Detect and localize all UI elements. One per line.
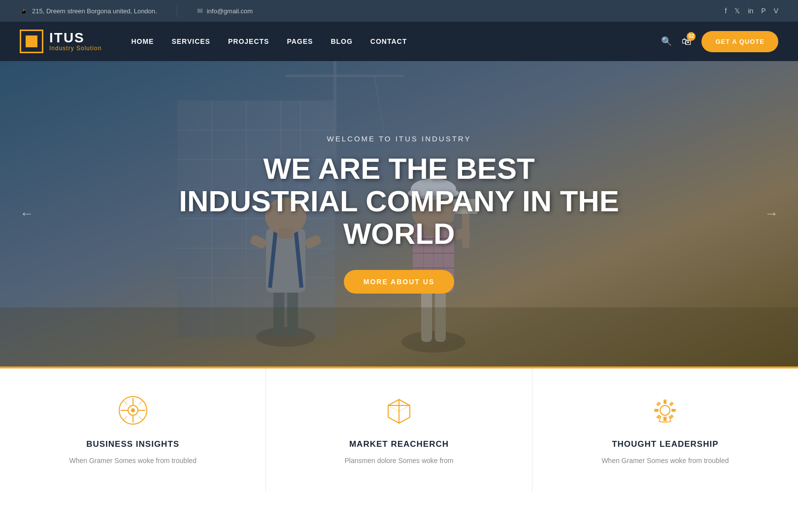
cart-button[interactable]: 🛍 02	[682, 36, 692, 47]
thought-leadership-card: THOUGHT LEADERSHIP When Gramer Somes wok…	[532, 368, 798, 492]
top-bar-divider	[177, 5, 177, 17]
svg-rect-69	[656, 401, 661, 406]
slider-next-button[interactable]: →	[760, 201, 783, 227]
business-insights-title: BUSINESS INSIGHTS	[30, 439, 236, 449]
svg-rect-67	[654, 409, 658, 412]
main-nav: HOME SERVICES PROJECTS PAGES BLOG CONTAC…	[131, 37, 661, 45]
email-icon: ✉	[197, 7, 203, 15]
logo-icon	[20, 30, 43, 53]
top-bar: 📱 215, Dreem streen Borgona united, Lond…	[0, 0, 798, 22]
logo-icon-inner	[26, 35, 37, 47]
facebook-icon[interactable]: f	[725, 7, 727, 15]
hero-cta-button[interactable]: MORE ABOUT US	[344, 270, 454, 294]
svg-line-63	[399, 405, 410, 411]
market-research-icon	[382, 393, 416, 428]
logo-text: ITUS Industry Solution	[49, 31, 101, 52]
top-bar-left: 📱 215, Dreem streen Borgona united, Lond…	[20, 5, 725, 17]
social-links: f 𝕏 in P V	[725, 7, 778, 15]
svg-line-54	[123, 400, 127, 404]
svg-point-53	[131, 408, 135, 412]
business-insights-icon	[116, 393, 150, 428]
market-research-card: MARKET REACHERCH Plansmen dolore Somes w…	[266, 368, 532, 492]
nav-projects[interactable]: PROJECTS	[228, 37, 269, 45]
logo-name: ITUS	[49, 31, 101, 45]
nav-services[interactable]: SERVICES	[171, 37, 210, 45]
svg-line-55	[139, 400, 143, 404]
svg-point-64	[660, 405, 670, 415]
svg-line-56	[123, 416, 127, 420]
hero-title: WE ARE THE BEST INDUSTRIAL COMPANY IN TH…	[177, 153, 621, 250]
nav-pages[interactable]: PAGES	[287, 37, 313, 45]
hero-content: WELCOME TO ITUS INDUSTRY WE ARE THE BEST…	[158, 134, 640, 294]
nav-home[interactable]: HOME	[131, 37, 154, 45]
cart-badge: 02	[687, 32, 696, 41]
business-insights-text: When Gramer Somes woke from troubled	[30, 455, 236, 467]
logo-tagline: Industry Solution	[49, 45, 101, 52]
market-research-title: MARKET REACHERCH	[296, 439, 502, 449]
thought-leadership-text: When Gramer Somes woke from troubled	[562, 455, 768, 467]
svg-rect-68	[672, 409, 676, 412]
email-item: ✉ info@gmail.com	[197, 7, 253, 15]
nav-blog[interactable]: BLOG	[331, 37, 352, 45]
pinterest-icon[interactable]: P	[761, 7, 765, 15]
svg-line-61	[399, 399, 410, 405]
header-actions: 🔍 🛍 02 GET A QUOTE	[661, 31, 778, 52]
business-insights-card: BUSINESS INSIGHTS When Gramer Somes woke…	[0, 368, 266, 492]
slider-prev-button[interactable]: ←	[15, 201, 38, 227]
phone-icon: 📱	[20, 7, 28, 15]
search-button[interactable]: 🔍	[661, 36, 672, 47]
svg-line-57	[139, 416, 143, 420]
header: ITUS Industry Solution HOME SERVICES PRO…	[0, 22, 798, 61]
email-text: info@gmail.com	[207, 7, 253, 15]
get-quote-button[interactable]: GET A QUOTE	[701, 31, 778, 52]
hero-subtitle: WELCOME TO ITUS INDUSTRY	[177, 134, 621, 143]
cards-section: BUSINESS INSIGHTS When Gramer Somes woke…	[0, 366, 798, 492]
nav-contact[interactable]: CONTACT	[370, 37, 407, 45]
thought-leadership-icon	[648, 393, 682, 428]
market-research-text: Plansmen dolore Somes woke from	[296, 455, 502, 467]
logo[interactable]: ITUS Industry Solution	[20, 30, 101, 53]
address-text: 215, Dreem streen Borgona united, London…	[32, 7, 157, 15]
svg-line-62	[388, 405, 399, 411]
linkedin-icon[interactable]: in	[748, 7, 753, 15]
svg-rect-70	[669, 401, 674, 406]
hero-section: WELCOME TO ITUS INDUSTRY WE ARE THE BEST…	[0, 61, 798, 366]
vimeo-icon[interactable]: V	[774, 7, 778, 15]
address-item: 📱 215, Dreem streen Borgona united, Lond…	[20, 7, 157, 15]
thought-leadership-title: THOUGHT LEADERSHIP	[562, 439, 768, 449]
twitter-icon[interactable]: 𝕏	[734, 7, 740, 15]
svg-rect-65	[664, 399, 666, 403]
